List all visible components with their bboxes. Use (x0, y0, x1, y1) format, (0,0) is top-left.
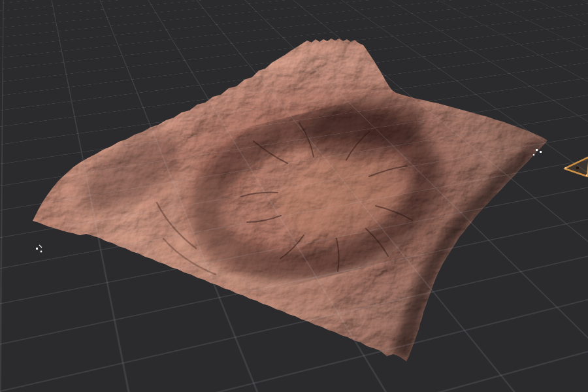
ground-marker-left[interactable] (36, 245, 42, 252)
axis-gizmo-triangle[interactable] (564, 157, 588, 176)
ground-marker-right[interactable] (533, 149, 542, 155)
viewport-hud (0, 0, 588, 392)
viewport-3d[interactable] (0, 0, 588, 392)
